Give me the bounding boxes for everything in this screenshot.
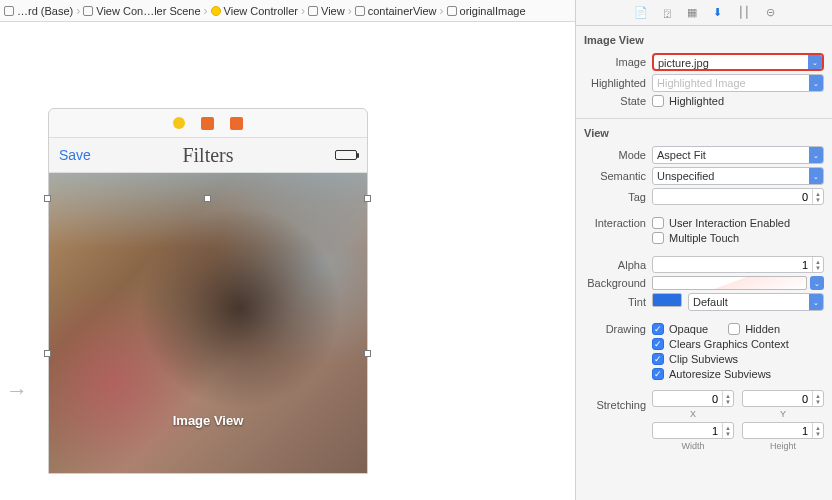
chevron-updown-icon[interactable]: ⌄ [810, 276, 824, 290]
interaction-label: Interaction [576, 217, 652, 229]
clip-subviews-checkbox[interactable]: ✓ [652, 353, 664, 365]
stretching-label: Stretching [576, 399, 652, 411]
stepper-icon[interactable]: ▲▼ [812, 423, 823, 438]
stepper-icon[interactable]: ▲▼ [812, 257, 823, 272]
breadcrumb-item[interactable]: originalImage [447, 5, 526, 17]
alpha-stepper[interactable]: ▲▼ [652, 256, 824, 273]
chevron-updown-icon[interactable]: ⌄ [809, 147, 823, 163]
stretch-y-input[interactable] [743, 391, 812, 406]
image-content [49, 173, 367, 473]
tint-color-well[interactable] [652, 293, 682, 307]
stepper-icon[interactable]: ▲▼ [812, 391, 823, 406]
image-label: Image [576, 56, 652, 68]
hidden-cblabel: Hidden [745, 323, 780, 335]
opaque-checkbox[interactable]: ✓ [652, 323, 664, 335]
stretch-height-stepper[interactable]: ▲▼ [742, 422, 824, 439]
multiple-touch-cblabel: Multiple Touch [669, 232, 739, 244]
semantic-combo[interactable]: Unspecified⌄ [652, 167, 824, 185]
mode-combo[interactable]: Aspect Fit⌄ [652, 146, 824, 164]
section-header: Image View [576, 30, 832, 50]
drawing-label: Drawing [576, 323, 652, 335]
nav-bar: Save Filters [49, 137, 367, 173]
section-view: View Mode Aspect Fit⌄ Semantic Unspecifi… [576, 119, 832, 462]
image-value: picture.jpg [654, 55, 808, 69]
highlighted-placeholder: Highlighted Image [653, 75, 809, 91]
mode-label: Mode [576, 149, 652, 161]
file-inspector-icon[interactable]: 📄 [634, 6, 648, 19]
breadcrumb-item[interactable]: View Con…ler Scene [83, 5, 200, 17]
opaque-cblabel: Opaque [669, 323, 708, 335]
stretch-height-input[interactable] [743, 423, 812, 438]
tint-combo[interactable]: Default⌄ [688, 293, 824, 311]
section-header: View [576, 123, 832, 143]
exit-icon[interactable] [230, 117, 243, 130]
first-responder-icon[interactable] [201, 117, 214, 130]
breadcrumb-item[interactable]: View [308, 5, 345, 17]
state-highlighted-cblabel: Highlighted [669, 95, 724, 107]
semantic-label: Semantic [576, 170, 652, 182]
stretch-width-input[interactable] [653, 423, 722, 438]
connections-inspector-icon[interactable]: ⊝ [766, 6, 775, 19]
breadcrumb: …rd (Base) › View Con…ler Scene › View C… [0, 0, 575, 22]
viewcontroller-orb-icon[interactable] [173, 117, 185, 129]
stretch-x-input[interactable] [653, 391, 722, 406]
resize-handle[interactable] [364, 350, 371, 357]
tag-input[interactable] [653, 189, 812, 204]
chevron-down-icon[interactable]: ⌄ [808, 55, 822, 69]
highlighted-combo[interactable]: Highlighted Image ⌄ [652, 74, 824, 92]
tint-label: Tint [576, 296, 652, 308]
attributes-inspector-icon[interactable]: ⬇︎ [713, 6, 722, 19]
resize-handle[interactable] [364, 195, 371, 202]
inspector-panel: 📄 ⍰ ▦ ⬇︎ ⎮⎮ ⊝ Image View Image picture.j… [576, 0, 832, 500]
background-label: Background [576, 277, 652, 289]
storyboard-icon [4, 6, 14, 16]
stepper-icon[interactable]: ▲▼ [722, 391, 733, 406]
chevron-down-icon[interactable]: ⌄ [809, 75, 823, 91]
tag-stepper[interactable]: ▲▼ [652, 188, 824, 205]
view-icon [447, 6, 457, 16]
image-view[interactable]: Image View [49, 173, 367, 473]
stretch-y-stepper[interactable]: ▲▼ [742, 390, 824, 407]
breadcrumb-item[interactable]: …rd (Base) [4, 5, 73, 17]
stretch-width-sublabel: Width [681, 441, 704, 451]
highlighted-label: Highlighted [576, 77, 652, 89]
breadcrumb-item[interactable]: containerView [355, 5, 437, 17]
stretch-x-stepper[interactable]: ▲▼ [652, 390, 734, 407]
stepper-icon[interactable]: ▲▼ [812, 189, 823, 204]
view-icon [308, 6, 318, 16]
resize-handle[interactable] [44, 350, 51, 357]
resize-handle[interactable] [44, 195, 51, 202]
autoresize-subviews-checkbox[interactable]: ✓ [652, 368, 664, 380]
viewcontroller-icon [211, 6, 221, 16]
chevron-updown-icon[interactable]: ⌄ [809, 294, 823, 310]
chevron-updown-icon[interactable]: ⌄ [809, 168, 823, 184]
breadcrumb-item[interactable]: View Controller [211, 5, 298, 17]
scene-icon [83, 6, 93, 16]
multiple-touch-checkbox[interactable] [652, 232, 664, 244]
device-frame[interactable]: Save Filters Image View [48, 108, 368, 474]
hidden-checkbox[interactable] [728, 323, 740, 335]
save-button[interactable]: Save [59, 147, 91, 163]
state-highlighted-checkbox[interactable] [652, 95, 664, 107]
clears-graphics-checkbox[interactable]: ✓ [652, 338, 664, 350]
breadcrumb-sep-icon: › [301, 4, 305, 18]
resize-handle[interactable] [204, 195, 211, 202]
user-interaction-checkbox[interactable] [652, 217, 664, 229]
size-inspector-icon[interactable]: ⎮⎮ [738, 6, 750, 19]
alpha-label: Alpha [576, 259, 652, 271]
stepper-icon[interactable]: ▲▼ [722, 423, 733, 438]
alpha-input[interactable] [653, 257, 812, 272]
clip-subviews-cblabel: Clip Subviews [669, 353, 738, 365]
inspector-tabs: 📄 ⍰ ▦ ⬇︎ ⎮⎮ ⊝ [576, 0, 832, 26]
help-inspector-icon[interactable]: ⍰ [664, 7, 671, 19]
identity-inspector-icon[interactable]: ▦ [687, 6, 697, 19]
user-interaction-cblabel: User Interaction Enabled [669, 217, 790, 229]
image-combo[interactable]: picture.jpg ⌄ [652, 53, 824, 71]
state-label: State [576, 95, 652, 107]
stretch-width-stepper[interactable]: ▲▼ [652, 422, 734, 439]
background-color-well[interactable] [652, 276, 807, 290]
nav-title: Filters [182, 144, 233, 167]
constraint-arrow-icon: → [6, 378, 28, 404]
tag-label: Tag [576, 191, 652, 203]
autoresize-subviews-cblabel: Autoresize Subviews [669, 368, 771, 380]
